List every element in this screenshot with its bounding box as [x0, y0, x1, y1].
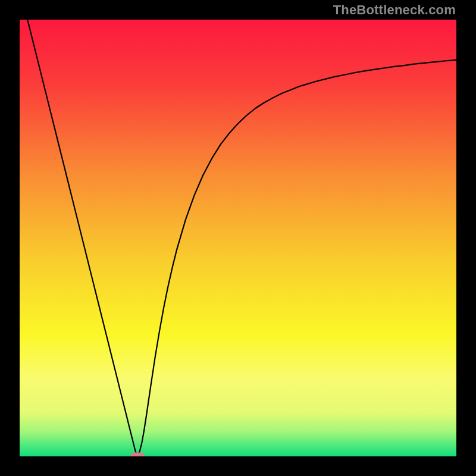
chart-frame: TheBottleneck.com	[0, 0, 476, 476]
minimum-marker	[130, 453, 145, 457]
bottleneck-curve	[20, 20, 456, 456]
watermark-text: TheBottleneck.com	[333, 2, 456, 18]
plot-area	[20, 20, 456, 456]
